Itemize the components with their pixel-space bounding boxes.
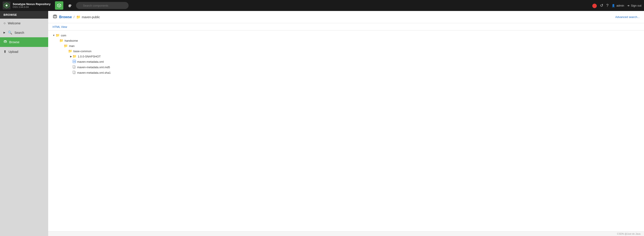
folder-icon-com: 📁 <box>56 33 60 37</box>
navbar-right: ⬤ ↺ ? 👤 admin ➜ Sign out <box>592 3 641 8</box>
tree-label-man[interactable]: man <box>69 44 74 48</box>
tree-label-maven-sha1[interactable]: maven-metadata.xml.sha1 <box>77 71 110 74</box>
sidebar-item-search[interactable]: ▶ 🔍 Search <box>0 28 48 37</box>
svg-rect-13 <box>73 71 75 74</box>
folder-icon-handsome: 📁 <box>59 39 64 43</box>
sidebar-item-label-search: Search <box>14 31 24 35</box>
tree-node-base-common: ▶ 📁 base-common <box>52 49 640 54</box>
tree-label-maven-xml[interactable]: maven-metadata.xml <box>77 60 104 63</box>
main-layout: Browse ○ Welcome ▶ 🔍 Search Browse ⬆ Upl… <box>0 11 644 236</box>
user-menu[interactable]: 👤 admin <box>612 4 624 7</box>
xml-file-icon: XML <box>72 60 76 64</box>
breadcrumb-bar: Browse / 📁 maven-public Advanced search.… <box>48 11 644 23</box>
tree-area: ▼ 📁 com ▶ 📁 handsome ▶ 📁 man ▶ 📁 base-co… <box>48 31 644 231</box>
breadcrumb-repo: 📁 maven-public <box>76 15 100 19</box>
expand-snapshot[interactable]: ▶ <box>70 55 72 58</box>
tree-node-maven-sha1: ▶ maven-metadata.xml.sha1 <box>52 70 640 75</box>
signout-label: Sign out <box>631 4 641 7</box>
brand-subtitle: OSS 3.64.0-04 <box>13 6 50 9</box>
search-wrapper: 🔍 <box>76 2 123 9</box>
brand-text: Sonatype Nexus Repository OSS 3.64.0-04 <box>13 3 50 9</box>
browse-nav-button[interactable] <box>55 1 63 10</box>
sidebar-item-upload[interactable]: ⬆ Upload <box>0 47 48 56</box>
tree-label-maven-md5[interactable]: maven-metadata.xml.md5 <box>77 66 110 69</box>
tree-label-handsome[interactable]: handsome <box>64 39 78 42</box>
tree-node-maven-md5: ▶ maven-metadata.xml.md5 <box>52 65 640 70</box>
alert-icon[interactable]: ⬤ <box>592 3 597 8</box>
cube-icon <box>57 3 61 8</box>
database-icon <box>52 14 58 19</box>
tree-label-base-common[interactable]: base-common <box>74 50 91 53</box>
folder-icon-base-common: 📁 <box>68 49 72 53</box>
folder-icon-snapshot: 📁 <box>72 54 77 58</box>
expand-com[interactable]: ▼ <box>52 34 55 37</box>
sidebar: Browse ○ Welcome ▶ 🔍 Search Browse ⬆ Upl… <box>0 11 48 236</box>
db-icon <box>52 14 58 20</box>
gear-icon <box>68 3 72 8</box>
user-icon: 👤 <box>612 4 615 7</box>
tree-node-snapshot: ▶ 📁 1.0.0-SNAPSHOT <box>52 54 640 59</box>
brand: Sonatype Nexus Repository OSS 3.64.0-04 <box>3 2 50 10</box>
html-view-link[interactable]: HTML View <box>52 25 67 29</box>
file-icon-md5 <box>72 65 76 69</box>
file-copy-icon <box>72 65 76 69</box>
search-expand-arrow: ▶ <box>4 31 5 34</box>
tree-node-handsome: ▶ 📁 handsome <box>52 38 640 43</box>
sidebar-item-label-welcome: Welcome <box>8 22 20 25</box>
tree-label-snapshot[interactable]: 1.0.0-SNAPSHOT <box>78 55 101 58</box>
tree-node-man: ▶ 📁 man <box>52 43 640 49</box>
footer-text: CSDN @Just do Java <box>617 232 640 235</box>
footer-bar: CSDN @Just do Java <box>48 231 644 236</box>
signout-icon: ➜ <box>627 4 630 7</box>
settings-button[interactable] <box>66 1 74 10</box>
sidebar-item-label-browse: Browse <box>9 40 20 44</box>
sidebar-item-label-upload: Upload <box>8 50 18 54</box>
svg-point-6 <box>4 40 6 41</box>
file-copy-icon-sha1 <box>72 71 76 74</box>
xml-icon-svg: XML <box>72 60 76 63</box>
sidebar-item-browse[interactable]: Browse <box>0 37 48 47</box>
brand-title: Sonatype Nexus Repository <box>13 3 50 6</box>
upload-icon: ⬆ <box>4 50 6 54</box>
content-area: Browse / 📁 maven-public Advanced search.… <box>48 11 644 236</box>
folder-icon-man: 📁 <box>64 44 68 48</box>
user-label: admin <box>616 4 624 7</box>
svg-rect-11 <box>73 65 75 68</box>
refresh-icon[interactable]: ↺ <box>600 3 603 8</box>
advanced-search-link[interactable]: Advanced search... <box>615 15 640 19</box>
brand-icon <box>3 2 10 10</box>
svg-point-7 <box>53 15 57 16</box>
sidebar-item-welcome[interactable]: ○ Welcome <box>0 19 48 28</box>
layers-icon <box>4 40 7 44</box>
tree-label-com[interactable]: com <box>61 34 66 37</box>
top-navbar: Sonatype Nexus Repository OSS 3.64.0-04 … <box>0 0 644 11</box>
help-icon[interactable]: ? <box>606 3 608 8</box>
search-icon-sidebar: 🔍 <box>8 31 12 35</box>
search-input[interactable] <box>76 2 128 9</box>
tree-node-com: ▼ 📁 com <box>52 33 640 38</box>
svg-text:XML: XML <box>73 61 76 63</box>
signout-button[interactable]: ➜ Sign out <box>627 4 641 7</box>
svg-point-3 <box>6 5 8 6</box>
welcome-icon: ○ <box>4 21 6 25</box>
sidebar-section-title: Browse <box>0 11 48 19</box>
repo-name: maven-public <box>82 15 100 19</box>
repo-folder-icon: 📁 <box>76 15 80 19</box>
breadcrumb-browse-link[interactable]: Browse <box>59 15 72 19</box>
file-icon-sha1 <box>72 71 76 75</box>
browse-icon <box>4 40 7 44</box>
breadcrumb-separator: / <box>74 15 74 19</box>
tree-node-maven-xml: ▶ XML maven-metadata.xml <box>52 59 640 65</box>
view-link-row: HTML View <box>48 23 644 31</box>
